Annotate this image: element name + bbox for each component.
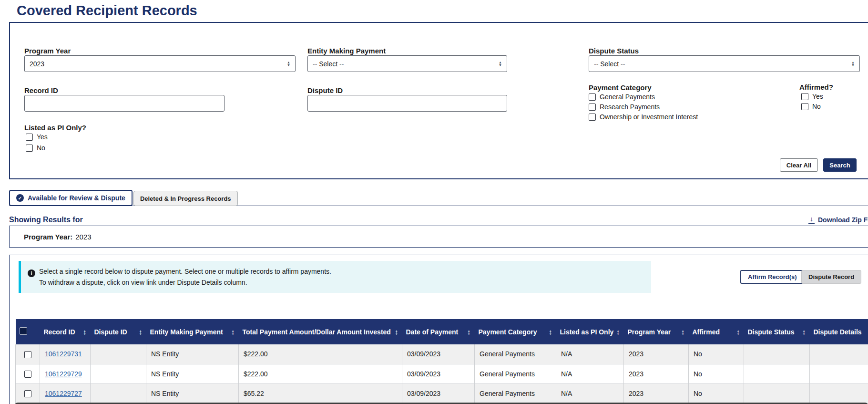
entity-making-payment-select[interactable]: -- Select -- ▲▼ xyxy=(307,55,507,72)
cell-affirmed: No xyxy=(689,383,744,403)
program-year-summary-box: Program Year: 2023 xyxy=(9,226,868,248)
cell-dispute-status xyxy=(744,344,810,364)
col-pi-only-label: Listed as PI Only xyxy=(560,328,614,336)
pi-only-no-checkbox[interactable] xyxy=(26,145,33,152)
dispute-record-button[interactable]: Dispute Record xyxy=(801,270,861,284)
program-year-summary-value: 2023 xyxy=(75,233,91,241)
sort-icon[interactable]: ↕ xyxy=(231,328,235,336)
listed-pi-only-label: Listed as PI Only? xyxy=(24,124,86,132)
row-select-cell xyxy=(16,344,40,364)
search-button[interactable]: Search xyxy=(823,158,857,172)
col-dispute-details-label: Dispute Details xyxy=(814,328,862,336)
listed-pi-only-option: Yes xyxy=(26,133,48,141)
clear-all-button[interactable]: Clear All xyxy=(780,158,818,172)
sort-icon[interactable]: ↕ xyxy=(83,328,87,336)
tab-available-for-review-dispute[interactable]: ✓ Available for Review & Dispute xyxy=(9,190,133,206)
sort-icon[interactable]: ↕ xyxy=(681,328,685,336)
entity-making-payment-select-value: -- Select -- xyxy=(313,60,499,68)
cell-dispute-status xyxy=(744,383,810,403)
col-total-payment-label: Total Payment Amount/Dollar Amount Inves… xyxy=(243,328,391,336)
sort-icon[interactable]: ↕ xyxy=(802,328,806,336)
affirm-records-button[interactable]: Affirm Record(s) xyxy=(740,270,805,284)
showing-results-heading: Showing Results for xyxy=(9,216,83,224)
sort-icon[interactable]: ↕ xyxy=(616,328,620,336)
dispute-status-select[interactable]: -- Select -- ▲▼ xyxy=(589,55,860,72)
record-id-link[interactable]: 1061229729 xyxy=(45,370,82,378)
download-zip-label: Download Zip File xyxy=(818,216,868,224)
col-date-label: Date of Payment xyxy=(406,328,459,336)
record-id-input[interactable] xyxy=(24,95,225,112)
ownership-interest-checkbox[interactable] xyxy=(589,114,596,121)
program-year-select[interactable]: 2023 ▲▼ xyxy=(24,55,296,72)
ownership-interest-label: Ownership or Investment Interest xyxy=(600,113,698,121)
col-program-year-label: Program Year xyxy=(628,328,671,336)
select-all-header-cell xyxy=(16,319,40,344)
cell-date: 03/09/2023 xyxy=(402,344,475,364)
row-checkbox[interactable] xyxy=(24,371,31,378)
cell-dispute-status xyxy=(744,364,810,383)
banner-line-1-text: Select a single record below to dispute … xyxy=(39,268,331,275)
col-record-id-label: Record ID xyxy=(44,328,75,336)
payment-category-label: Payment Category xyxy=(589,83,652,92)
row-checkbox[interactable] xyxy=(24,390,31,397)
payment-category-option: General Payments xyxy=(589,93,655,101)
research-payments-checkbox[interactable] xyxy=(589,104,596,111)
record-id-link[interactable]: 1061229731 xyxy=(45,350,82,358)
affirmed-yes-checkbox[interactable] xyxy=(801,93,808,100)
dispute-id-input[interactable] xyxy=(307,95,507,112)
select-all-checkbox[interactable] xyxy=(20,327,27,335)
col-affirmed: Affirmed↕ xyxy=(689,319,744,344)
tabs: ✓ Available for Review & Dispute Deleted… xyxy=(9,190,238,206)
col-date-of-payment: Date of Payment↕ xyxy=(402,319,475,344)
select-stepper-icon: ▲▼ xyxy=(287,61,290,67)
cell-dispute-details xyxy=(810,383,868,403)
pi-only-no-label: No xyxy=(37,144,45,152)
sort-icon[interactable]: ↕ xyxy=(395,328,398,336)
cell-program-year: 2023 xyxy=(624,383,689,403)
banner-line-1: iSelect a single record below to dispute… xyxy=(28,266,643,277)
cell-total-payment: $65.22 xyxy=(239,383,402,403)
payment-category-option: Research Payments xyxy=(589,103,660,111)
program-year-select-value: 2023 xyxy=(30,60,287,68)
cell-category: General Payments xyxy=(475,383,556,403)
dispute-status-select-value: -- Select -- xyxy=(594,60,851,68)
col-listed-as-pi-only: Listed as PI Only↕ xyxy=(556,319,624,344)
col-program-year: Program Year↕ xyxy=(624,319,689,344)
info-banner: iSelect a single record below to dispute… xyxy=(19,261,651,293)
general-payments-checkbox[interactable] xyxy=(589,93,596,101)
col-category-label: Payment Category xyxy=(479,328,537,336)
cell-record-id: 1061229731 xyxy=(40,344,91,364)
sort-icon[interactable]: ↕ xyxy=(736,328,740,336)
row-select-cell xyxy=(16,383,40,403)
cell-dispute-id xyxy=(91,383,146,403)
row-checkbox[interactable] xyxy=(24,351,31,358)
cell-pi-only: N/A xyxy=(556,383,624,403)
col-entity-making-payment: Entity Making Payment↕ xyxy=(146,319,239,344)
tab-deleted-in-progress-records[interactable]: Deleted & In Progress Records xyxy=(133,191,238,206)
page-title: Covered Recipient Records xyxy=(17,3,197,19)
cell-dispute-id xyxy=(91,364,146,383)
table-row: 1061229729 NS Entity $222.00 03/09/2023 … xyxy=(16,364,868,383)
sort-icon[interactable]: ↕ xyxy=(549,328,552,336)
entity-making-payment-label: Entity Making Payment xyxy=(307,47,386,55)
records-table: Record ID↕ Dispute ID↕ Entity Making Pay… xyxy=(15,319,868,404)
download-zip-link[interactable]: ↓ Download Zip File xyxy=(808,216,868,224)
affirmed-no-checkbox[interactable] xyxy=(801,103,808,110)
cell-entity: NS Entity xyxy=(146,344,239,364)
filter-panel: Program Year 2023 ▲▼ Entity Making Payme… xyxy=(9,22,868,179)
cell-record-id: 1061229727 xyxy=(40,383,91,403)
affirmed-no-label: No xyxy=(812,103,821,110)
table-row: 1061229727 NS Entity $65.22 03/09/2023 G… xyxy=(16,383,868,403)
pi-only-yes-checkbox[interactable] xyxy=(26,134,33,141)
affirmed-yes-label: Yes xyxy=(812,93,823,100)
cell-affirmed: No xyxy=(689,364,744,383)
col-dispute-id: Dispute ID↕ xyxy=(91,319,146,344)
select-stepper-icon: ▲▼ xyxy=(851,61,855,67)
cell-category: General Payments xyxy=(475,364,556,383)
col-total-payment: Total Payment Amount/Dollar Amount Inves… xyxy=(239,319,402,344)
sort-icon[interactable]: ↕ xyxy=(139,328,143,336)
cell-total-payment: $222.00 xyxy=(239,364,402,383)
record-id-link[interactable]: 1061229727 xyxy=(45,390,82,397)
download-icon: ↓ xyxy=(808,216,815,224)
sort-icon[interactable]: ↕ xyxy=(467,328,471,336)
